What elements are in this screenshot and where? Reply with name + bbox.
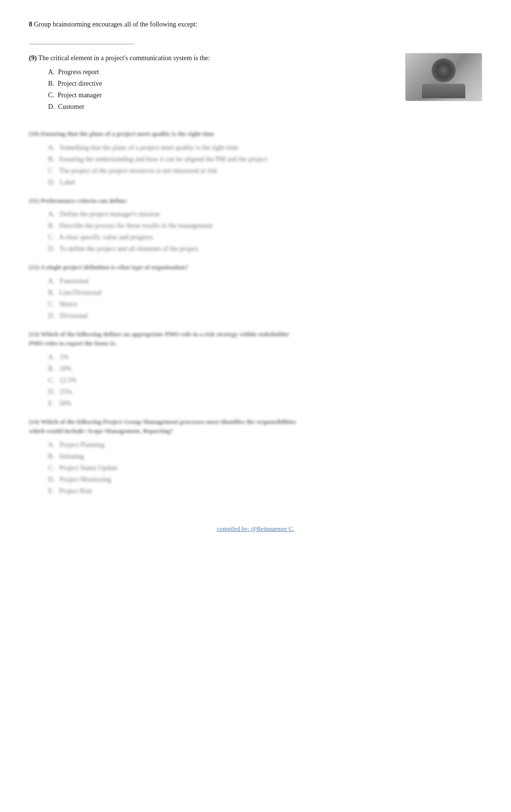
q11-answer-a: A. Define the project manager's mission <box>48 209 482 219</box>
question-13: (13) Which of the following defines an a… <box>29 329 482 408</box>
q9-number: 9 <box>31 54 35 62</box>
q9-answer-a: A. Progress report <box>48 67 396 77</box>
q14-answers: A. Project Planning B. Initiating C. Pro… <box>29 440 482 496</box>
q13-answer-c: C. 12.5% <box>48 375 482 385</box>
question-9-left: (9) The critical element in a project's … <box>29 53 396 120</box>
q10-answer-b: B. Ensuring the understanding and how it… <box>48 154 482 164</box>
portrait-image <box>405 53 482 101</box>
q14-answer-d: D. Project Monitoring <box>48 474 482 485</box>
q9-answer-d: D. Customer <box>48 102 396 112</box>
q13-text: (13) Which of the following defines an a… <box>29 329 482 348</box>
page-content: 8 Group brainstorming encourages all of … <box>29 19 482 533</box>
q14-answer-c: C. Project Status Update <box>48 463 482 473</box>
question-14: (14) Which of the following Project Grou… <box>29 417 482 496</box>
q11-answer-c: C. A clear specific value and progress <box>48 232 482 242</box>
q9-text: (9) The critical element in a project's … <box>29 53 396 63</box>
q9-answer-b: B. Project directive <box>48 79 396 89</box>
q11-answers: A. Define the project manager's mission … <box>29 209 482 254</box>
q9-answer-b-text: Project directive <box>58 80 102 87</box>
footer-link-text[interactable]: compiled by: @Reinnaemre C. <box>217 525 294 532</box>
q11-answer-b: B. Describe the process for those result… <box>48 221 482 231</box>
q12-answers: A. Functional B. Line/Divisional C. Matr… <box>29 276 482 321</box>
q13-answer-b: B. 10% <box>48 364 482 374</box>
question-12: (12) A single project definition is what… <box>29 262 482 321</box>
q13-answer-e: E. 50% <box>48 398 482 408</box>
q9-answer-c: C. Project manager <box>48 90 396 100</box>
q9-answers: A. Progress report B. Project directive … <box>29 67 396 112</box>
q13-answers: A. 1% B. 10% C. 12.5% D. 25% E. 50% <box>29 352 482 408</box>
q11-text: (11) Performance criteria can define: <box>29 196 482 206</box>
q12-answer-a: A. Functional <box>48 276 482 286</box>
q12-answer-b: B. Line/Divisional <box>48 288 482 298</box>
q13-answer-a: A. 1% <box>48 352 482 362</box>
q10-answer-c: C. The project of the project resources … <box>48 166 482 176</box>
q14-text: (14) Which of the following Project Grou… <box>29 417 482 436</box>
q12-answer-d: D. Divisional <box>48 311 482 321</box>
question-10: (10) Ensuring that the plans of a projec… <box>29 129 482 187</box>
q8-text: 8 Group brainstorming encourages all of … <box>29 19 482 29</box>
q10-answer-d: D. Label <box>48 177 482 187</box>
question-9-container: (9) The critical element in a project's … <box>29 53 482 120</box>
q14-answer-b: B. Initiating <box>48 451 482 461</box>
q8-number: 8 <box>29 21 32 28</box>
q9-question: The critical element in a project's comm… <box>38 54 210 62</box>
q14-answer-e: E. Project Risk <box>48 486 482 496</box>
q12-answer-c: C. Matrix <box>48 299 482 309</box>
question-11: (11) Performance criteria can define: A.… <box>29 196 482 254</box>
q14-answer-a: A. Project Planning <box>48 440 482 450</box>
q10-answer-a: A. Something that the plans of a project… <box>48 143 482 153</box>
footer: compiled by: @Reinnaemre C. <box>29 525 482 533</box>
q10-answers: A. Something that the plans of a project… <box>29 143 482 187</box>
question-9: (9) The critical element in a project's … <box>29 53 396 112</box>
question-8: 8 Group brainstorming encourages all of … <box>29 19 482 29</box>
section-divider <box>29 44 135 44</box>
q11-answer-d: D. To define the project and all element… <box>48 244 482 254</box>
q13-answer-d: D. 25% <box>48 387 482 397</box>
q10-text: (10) Ensuring that the plans of a projec… <box>29 129 482 139</box>
q12-text: (12) A single project definition is what… <box>29 262 482 272</box>
